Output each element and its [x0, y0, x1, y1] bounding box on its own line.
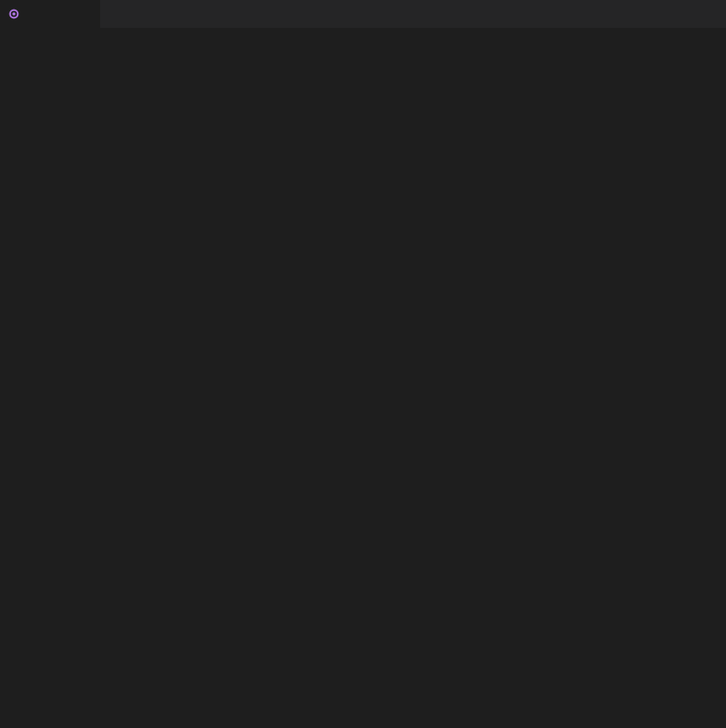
- tab-bar: [0, 0, 726, 28]
- eslint-file-icon: [8, 8, 20, 20]
- close-icon[interactable]: [31, 13, 34, 16]
- tab-eslintrc[interactable]: [0, 0, 100, 28]
- breadcrumb: [0, 28, 726, 45]
